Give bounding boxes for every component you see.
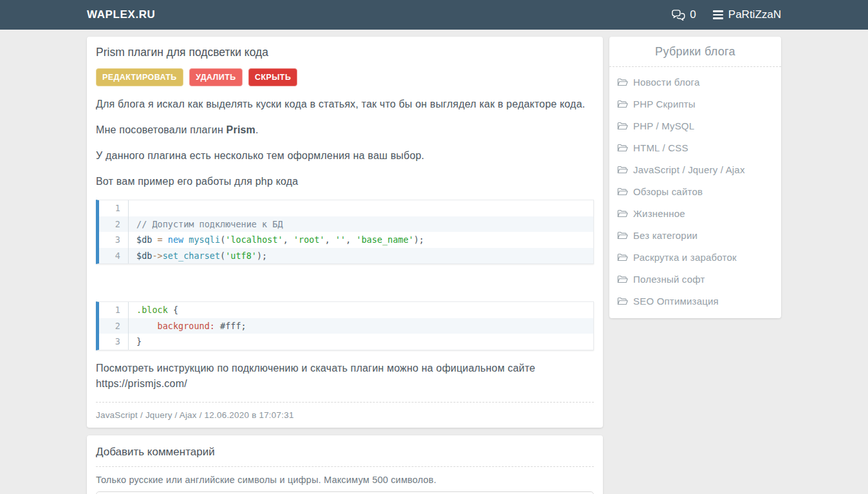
- category-label: Обзоры сайтов: [633, 186, 703, 197]
- folder-icon: [617, 274, 628, 284]
- article-meta: JavaScript / Jquery / Ajax / 12.06.2020 …: [96, 403, 594, 420]
- category-list: Новости блога PHP Скрипты PHP / MySQL HT…: [609, 71, 781, 312]
- category-label: Полезный софт: [633, 274, 705, 285]
- sidebar-item-category[interactable]: PHP Скрипты: [609, 93, 781, 115]
- code-text: $db->set_charset('utf8');: [129, 248, 267, 264]
- code-block-php: 12// Допустим подключение к БД3$db = new…: [96, 200, 594, 264]
- edit-button[interactable]: РЕДАКТИРОВАТЬ: [96, 68, 183, 86]
- sidebar-item-category[interactable]: Жизненное: [609, 202, 781, 224]
- sidebar-item-category[interactable]: Обзоры сайтов: [609, 180, 781, 202]
- line-number: 3: [99, 232, 129, 248]
- folder-icon: [617, 77, 628, 87]
- line-number: 4: [99, 248, 129, 264]
- sidebar-item-category[interactable]: PHP / MySQL: [609, 115, 781, 137]
- top-navbar: WAPLEX.RU 0 PaRtiZzaN: [0, 0, 868, 30]
- username: PaRtiZzaN: [728, 8, 781, 21]
- code-line: 4$db->set_charset('utf8');: [99, 248, 593, 264]
- code-line: 3}: [99, 334, 593, 350]
- category-label: JavaScript / Jquery / Ajax: [633, 164, 745, 175]
- user-menu[interactable]: PaRtiZzaN: [713, 8, 781, 21]
- comment-section-title: Добавить комментарий: [96, 443, 594, 466]
- code-text: // Допустим подключение к БД: [129, 216, 283, 233]
- category-label: Жизненное: [633, 208, 685, 219]
- code-block-css: 1.block {2 background: #fff;3}: [96, 301, 594, 350]
- line-number: 2: [99, 318, 129, 334]
- code-line: 3$db = new mysqli('localhost', 'root', '…: [99, 232, 593, 248]
- comment-rules-note: Только русские или английские символы и …: [96, 467, 594, 491]
- sidebar: Рубрики блога Новости блога PHP Скрипты …: [609, 37, 781, 318]
- line-number: 2: [99, 216, 129, 233]
- category-label: PHP / MySQL: [633, 120, 694, 131]
- folder-icon: [617, 165, 628, 175]
- folder-icon: [617, 99, 628, 109]
- folder-icon: [617, 296, 628, 306]
- blog-categories-card: Рубрики блога Новости блога PHP Скрипты …: [609, 37, 781, 318]
- category-label: Новости блога: [633, 77, 700, 88]
- sidebar-item-category[interactable]: Раскрутка и заработок: [609, 246, 781, 268]
- line-number: 1: [99, 302, 129, 318]
- code-line: 2 background: #fff;: [99, 318, 593, 334]
- code-text: [129, 200, 136, 216]
- category-label: Раскрутка и заработок: [633, 252, 737, 263]
- code-line: 1.block {: [99, 302, 593, 318]
- code-text: .block {: [129, 302, 178, 318]
- article-paragraph: Для блога я искал как выделять куски код…: [96, 97, 594, 112]
- code-text: $db = new mysqli('localhost', 'root', ''…: [129, 232, 424, 248]
- sidebar-item-category[interactable]: Новости блога: [609, 71, 781, 93]
- sidebar-item-category[interactable]: Полезный софт: [609, 268, 781, 290]
- folder-icon: [617, 187, 628, 196]
- add-comment-card: Добавить комментарий Только русские или …: [87, 435, 603, 494]
- sidebar-item-category[interactable]: SEO Оптимизация: [609, 290, 781, 312]
- code-line: 2// Допустим подключение к БД: [99, 216, 593, 233]
- sidebar-item-category[interactable]: HTML / CSS: [609, 137, 781, 158]
- category-label: Без категории: [633, 230, 697, 241]
- messages-count: 0: [690, 8, 696, 21]
- sidebar-item-category[interactable]: Без категории: [609, 224, 781, 246]
- sidebar-title: Рубрики блога: [609, 37, 781, 66]
- messages-indicator[interactable]: 0: [671, 8, 696, 22]
- hide-button[interactable]: СКРЫТЬ: [248, 68, 297, 86]
- category-label: PHP Скрипты: [633, 99, 696, 109]
- paragraph-bold-text: Prism: [226, 124, 255, 135]
- site-logo[interactable]: WAPLEX.RU: [87, 8, 155, 21]
- article-paragraph: Мне посоветовали плагин Prism.: [96, 122, 594, 138]
- main-column: Prism плагин для подсветки кода РЕДАКТИР…: [87, 37, 603, 494]
- code-text: }: [129, 334, 142, 350]
- folder-icon: [617, 121, 628, 131]
- line-number: 1: [99, 200, 129, 216]
- article-title: Prism плагин для подсветки кода: [96, 43, 594, 66]
- line-number: 3: [99, 334, 129, 350]
- comment-input[interactable]: [96, 491, 594, 494]
- article-paragraph: У данного плагина есть несколько тем офо…: [96, 148, 594, 164]
- category-label: HTML / CSS: [633, 142, 688, 153]
- folder-icon: [617, 143, 628, 153]
- hamburger-icon: [713, 10, 723, 19]
- sidebar-item-category[interactable]: JavaScript / Jquery / Ajax: [609, 158, 781, 180]
- article-actions: РЕДАКТИРОВАТЬ УДАЛИТЬ СКРЫТЬ: [96, 68, 594, 86]
- folder-icon: [617, 231, 628, 240]
- folder-icon: [617, 252, 628, 262]
- article-card: Prism плагин для подсветки кода РЕДАКТИР…: [87, 37, 603, 428]
- code-line: 1: [99, 200, 593, 216]
- article-paragraph: Вот вам пример его работы для php кода: [96, 174, 594, 189]
- chat-icon: [671, 8, 686, 22]
- folder-icon: [617, 209, 628, 218]
- code-text: background: #fff;: [129, 318, 246, 334]
- paragraph-text: Мне посоветовали плагин: [96, 124, 226, 135]
- delete-button[interactable]: УДАЛИТЬ: [189, 68, 242, 86]
- divider: [609, 66, 781, 67]
- paragraph-text: .: [255, 124, 259, 135]
- article-paragraph: Посмотреть инструкцию по подключению и с…: [96, 361, 594, 392]
- category-label: SEO Оптимизация: [633, 296, 719, 307]
